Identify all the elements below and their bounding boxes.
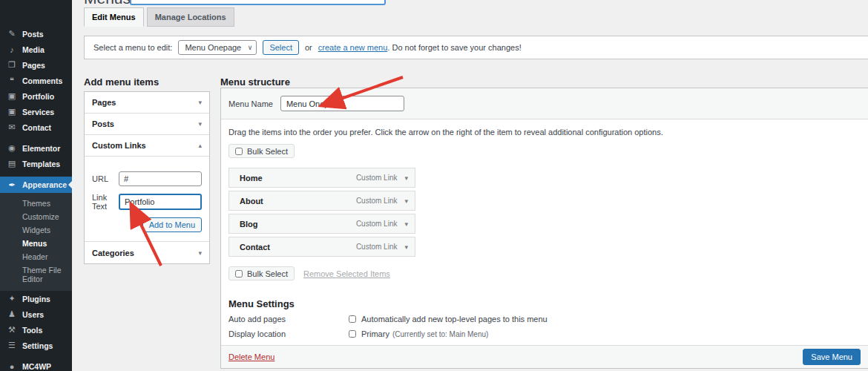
sidebar-item-mc4wp[interactable]: ● MC4WP bbox=[0, 358, 72, 371]
save-changes-hint: . Do not forget to save your changes! bbox=[387, 43, 521, 52]
create-new-menu-link[interactable]: create a new menu bbox=[318, 43, 388, 52]
folder-icon: ▣ bbox=[6, 91, 18, 101]
menu-item-contact[interactable]: Contact Custom Link▾ bbox=[228, 237, 415, 257]
delete-menu-link[interactable]: Delete Menu bbox=[228, 352, 274, 361]
bulk-select-label: Bulk Select bbox=[247, 147, 288, 156]
display-location-row: Display location Primary (Currently set … bbox=[228, 329, 488, 338]
sidebar-item-posts[interactable]: ✎ Posts bbox=[0, 26, 72, 42]
submenu-item-customize[interactable]: Customize bbox=[0, 210, 72, 223]
menu-item-home[interactable]: Home Custom Link▾ bbox=[228, 168, 415, 188]
comment-bubble-icon: ❝ bbox=[6, 76, 18, 85]
sidebar-item-pages[interactable]: ❐ Pages bbox=[0, 57, 72, 73]
menu-item-label: About bbox=[240, 197, 263, 206]
display-location-label: Display location bbox=[228, 329, 349, 338]
menu-select-bar: Select a menu to edit: Menu Onepage ∨ Se… bbox=[84, 36, 868, 59]
sidebar-separator bbox=[0, 135, 72, 140]
tab-manage-locations[interactable]: Manage Locations bbox=[147, 7, 234, 27]
menu-settings-heading: Menu Settings bbox=[228, 298, 295, 309]
menu-item-type: Custom Link bbox=[356, 197, 398, 205]
chevron-down-icon[interactable]: ▾ bbox=[404, 243, 408, 251]
custom-links-form: URL Link Text Add to Menu bbox=[85, 157, 209, 242]
menu-name-label: Menu Name bbox=[228, 99, 273, 108]
sidebar-item-label: Contact bbox=[22, 123, 51, 132]
sidebar-item-label: Media bbox=[22, 45, 45, 54]
sidebar-item-users[interactable]: ♟ Users bbox=[0, 306, 72, 322]
chevron-down-icon[interactable]: ▾ bbox=[404, 174, 408, 182]
submenu-item-themes[interactable]: Themes bbox=[0, 197, 72, 210]
remove-selected-items-link[interactable]: Remove Selected Items bbox=[303, 269, 390, 278]
sidebar-item-plugins[interactable]: ✦ Plugins bbox=[0, 291, 72, 306]
submenu-item-header[interactable]: Header bbox=[0, 250, 72, 263]
envelope-icon: ✉ bbox=[6, 122, 18, 132]
sidebar-item-elementor[interactable]: ◉ Elementor bbox=[0, 140, 72, 156]
accordion-label: Categories bbox=[92, 249, 134, 257]
sidebar-item-contact[interactable]: ✉ Contact bbox=[0, 119, 72, 135]
bulk-select-checkbox[interactable] bbox=[235, 148, 243, 155]
main-content: Menus Edit Menus Manage Locations Select… bbox=[72, 0, 868, 371]
menu-item-blog[interactable]: Blog Custom Link▾ bbox=[228, 214, 415, 234]
chevron-down-icon: ∨ bbox=[248, 44, 253, 51]
menu-item-label: Contact bbox=[240, 243, 270, 252]
accordion-categories[interactable]: Categories ▾ bbox=[85, 242, 209, 263]
tab-bar: Edit Menus Manage Locations bbox=[84, 7, 237, 27]
bulk-select-toggle-bottom[interactable]: Bulk Select bbox=[228, 266, 295, 280]
submenu-item-widgets[interactable]: Widgets bbox=[0, 223, 72, 237]
sidebar-item-label: Pages bbox=[22, 61, 45, 70]
sidebar-item-comments[interactable]: ❝ Comments bbox=[0, 73, 72, 88]
tab-edit-menus[interactable]: Edit Menus bbox=[84, 7, 144, 27]
primary-location-text: Primary bbox=[361, 329, 389, 338]
sidebar-item-label: Elementor bbox=[22, 144, 60, 153]
auto-add-pages-checkbox[interactable] bbox=[349, 315, 356, 323]
elementor-icon: ◉ bbox=[6, 143, 18, 153]
chevron-up-icon: ▴ bbox=[198, 142, 202, 149]
bulk-select-checkbox[interactable] bbox=[235, 270, 243, 278]
brush-icon: ✒ bbox=[6, 180, 18, 190]
add-menu-items-panel: Pages ▾ Posts ▾ Custom Links ▴ URL Link … bbox=[84, 91, 210, 264]
sidebar-item-label: Appearance bbox=[22, 180, 67, 189]
sidebar-item-services[interactable]: ▣ Services bbox=[0, 104, 72, 119]
submenu-item-menus[interactable]: Menus bbox=[0, 237, 72, 250]
bulk-select-toggle[interactable]: Bulk Select bbox=[228, 144, 295, 158]
chevron-down-icon: ▾ bbox=[198, 99, 202, 106]
select-button[interactable]: Select bbox=[263, 40, 299, 55]
url-input[interactable] bbox=[119, 171, 202, 186]
primary-location-checkbox[interactable] bbox=[349, 330, 356, 338]
drag-instructions: Drag the items into the order you prefer… bbox=[228, 128, 853, 137]
active-notch bbox=[68, 181, 72, 188]
menu-name-input[interactable] bbox=[280, 96, 404, 111]
sidebar-item-label: Templates bbox=[22, 160, 60, 168]
sidebar-item-templates[interactable]: ▤ Templates bbox=[0, 156, 72, 171]
sidebar-item-appearance[interactable]: ✒ Appearance bbox=[0, 177, 72, 193]
menu-item-about[interactable]: About Custom Link▾ bbox=[228, 191, 415, 211]
link-text-input[interactable] bbox=[119, 194, 202, 210]
sidebar-item-settings[interactable]: ☰ Settings bbox=[0, 338, 72, 353]
menu-structure-card: Menu Name Drag the items into the order … bbox=[220, 88, 868, 369]
tools-icon: ⚒ bbox=[6, 325, 18, 335]
chevron-down-icon[interactable]: ▾ bbox=[404, 197, 408, 205]
accordion-custom-links[interactable]: Custom Links ▴ bbox=[85, 135, 209, 157]
add-to-menu-button[interactable]: Add to Menu bbox=[142, 217, 202, 232]
menu-structure-heading: Menu structure bbox=[220, 76, 290, 88]
menu-actions-footer: Delete Menu Save Menu bbox=[221, 345, 868, 368]
chevron-down-icon[interactable]: ▾ bbox=[404, 220, 408, 228]
page-title: Menus bbox=[84, 0, 131, 7]
pushpin-icon: ✎ bbox=[6, 29, 18, 39]
save-menu-button[interactable]: Save Menu bbox=[803, 349, 861, 365]
menu-dropdown[interactable]: Menu Onepage ∨ bbox=[178, 40, 257, 55]
bulk-select-label: Bulk Select bbox=[247, 269, 288, 278]
sidebar-item-media[interactable]: ♪ Media bbox=[0, 42, 72, 57]
accordion-pages[interactable]: Pages ▾ bbox=[85, 92, 209, 114]
sidebar-item-tools[interactable]: ⚒ Tools bbox=[0, 322, 72, 338]
menu-name-quick-input[interactable] bbox=[130, 0, 386, 5]
accordion-posts[interactable]: Posts ▾ bbox=[85, 114, 209, 135]
submenu-item-theme-file-editor[interactable]: Theme File Editor bbox=[0, 263, 72, 286]
url-label: URL bbox=[92, 174, 119, 183]
or-text: or bbox=[305, 43, 312, 52]
menu-name-band: Menu Name bbox=[221, 88, 868, 119]
templates-icon: ▤ bbox=[6, 159, 18, 168]
select-menu-label: Select a menu to edit: bbox=[93, 43, 172, 52]
sidebar-item-portfolio[interactable]: ▣ Portfolio bbox=[0, 88, 72, 104]
sidebar-item-label: Services bbox=[22, 108, 54, 116]
mailchimp-icon: ● bbox=[6, 362, 18, 371]
sidebar-item-label: Comments bbox=[22, 76, 62, 85]
